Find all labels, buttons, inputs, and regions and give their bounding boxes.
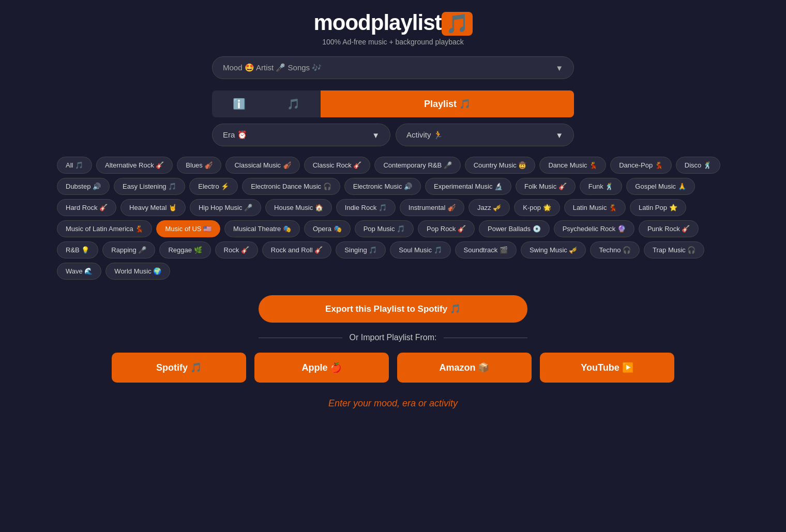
tag-electronic-dance-music---[interactable]: Electronic Dance Music 🎧 [242, 178, 340, 195]
search-placeholder: Mood 🤩 Artist 🎤 Songs 🎶 [223, 63, 322, 72]
logo-icon: 🎵 [442, 12, 473, 36]
tags-container: All 🎵Alternative Rock 🎸Blues 🎻Classical … [57, 157, 729, 280]
tag-electronic-music---[interactable]: Electronic Music 🔊 [344, 178, 421, 195]
import-spotify-button[interactable]: Spotify 🎵 [112, 353, 246, 383]
logo-playlist: playlist [371, 10, 442, 35]
tag-classic-rock---[interactable]: Classic Rock 🎸 [304, 157, 371, 174]
activity-filter[interactable]: Activity 🏃 ▼ [396, 124, 574, 146]
tag-trap-music---[interactable]: Trap Music 🎧 [644, 241, 704, 259]
spotify-icon-button[interactable]: 🎵 [266, 90, 321, 117]
tag-dance-pop---[interactable]: Dance-Pop 💃 [610, 157, 672, 174]
tag-country-music---[interactable]: Country Music 🤠 [465, 157, 536, 174]
import-amazon-button[interactable]: Amazon 📦 [397, 353, 532, 383]
tag-experimental-music---[interactable]: Experimental Music 🔬 [425, 178, 511, 195]
tag-electro--[interactable]: Electro ⚡ [189, 178, 238, 195]
divider-row: Or Import Playlist From: [259, 333, 527, 342]
tag-dance-music---[interactable]: Dance Music 💃 [539, 157, 606, 174]
tag-funk---[interactable]: Funk 🕺 [580, 178, 623, 195]
tag-contemporary-r-b---[interactable]: Contemporary R&B 🎤 [374, 157, 460, 174]
tag-classical-music---[interactable]: Classical Music 🎻 [225, 157, 299, 174]
tag-soul-music---[interactable]: Soul Music 🎵 [390, 241, 450, 259]
logo-mood: mood [313, 10, 370, 35]
header: moodplaylist🎵 100% Ad-free music + backg… [313, 10, 472, 46]
tag-music-of-latin-america---[interactable]: Music of Latin America 💃 [57, 220, 152, 237]
tag-easy-listening---[interactable]: Easy Listening 🎵 [114, 178, 185, 195]
tag-soundtrack---[interactable]: Soundtrack 🎬 [455, 241, 517, 259]
tag-rapping---[interactable]: Rapping 🎤 [102, 241, 155, 259]
tag-house-music---[interactable]: House Music 🏠 [265, 199, 332, 216]
activity-arrow: ▼ [555, 131, 563, 140]
tag-instrumental---[interactable]: Instrumental 🎻 [400, 199, 464, 216]
tag-r-b---[interactable]: R&B 💡 [57, 241, 98, 259]
tag-swing-music---[interactable]: Swing Music 🎺 [521, 241, 586, 259]
tag-jazz---[interactable]: Jazz 🎺 [468, 199, 510, 216]
tag-dubstep---[interactable]: Dubstep 🔊 [57, 178, 110, 195]
tag-disco---[interactable]: Disco 🕺 [676, 157, 720, 174]
tag-rock-and-roll---[interactable]: Rock and Roll 🎸 [262, 241, 332, 259]
tag-punk-rock---[interactable]: Punk Rock 🎸 [639, 220, 699, 237]
info-button[interactable]: ℹ️ [212, 90, 266, 117]
tag-pop-music---[interactable]: Pop Music 🎵 [355, 220, 414, 237]
enter-mood-text: Enter your mood, era or activity [328, 398, 458, 409]
tag-latin-pop--[interactable]: Latin Pop ⭐ [630, 199, 686, 216]
activity-label: Activity 🏃 [406, 130, 443, 140]
tag-opera---[interactable]: Opera 🎭 [304, 220, 351, 237]
playlist-button[interactable]: Playlist 🎵 [321, 90, 574, 117]
tag-blues---[interactable]: Blues 🎻 [177, 157, 221, 174]
tag-pop-rock---[interactable]: Pop Rock 🎸 [418, 220, 475, 237]
divider-right [444, 338, 527, 338]
tag-indie-rock---[interactable]: Indie Rock 🎵 [336, 199, 396, 216]
tag-psychedelic-rock---[interactable]: Psychedelic Rock 🔮 [554, 220, 634, 237]
tagline: 100% Ad-free music + background playback [313, 38, 472, 46]
import-divider-text: Or Import Playlist From: [350, 333, 437, 342]
tag-reggae---[interactable]: Reggae 🌿 [159, 241, 210, 259]
import-buttons: Spotify 🎵Apple 🍎Amazon 📦YouTube ▶️ [57, 353, 729, 383]
import-youtube-button[interactable]: YouTube ▶️ [540, 353, 674, 383]
divider-left [259, 338, 342, 338]
tag-rock---[interactable]: Rock 🎸 [215, 241, 258, 259]
tag-alternative-rock---[interactable]: Alternative Rock 🎸 [96, 157, 173, 174]
search-container: Mood 🤩 Artist 🎤 Songs 🎶 ▼ [212, 56, 574, 84]
tag-heavy-metal---[interactable]: Heavy Metal 🤘 [120, 199, 186, 216]
search-bar[interactable]: Mood 🤩 Artist 🎤 Songs 🎶 ▼ [212, 56, 574, 79]
tag-wave---[interactable]: Wave 🌊 [57, 263, 101, 280]
action-buttons: ℹ️ 🎵 Playlist 🎵 [212, 90, 574, 117]
tag-folk-music---[interactable]: Folk Music 🎸 [516, 178, 576, 195]
filter-row: Era ⏰ ▼ Activity 🏃 ▼ [212, 124, 574, 146]
logo: moodplaylist🎵 [313, 10, 472, 36]
tag-music-of-us-----[interactable]: Music of US 🇺🇸 [156, 220, 220, 237]
tag-all---[interactable]: All 🎵 [57, 157, 92, 174]
era-filter[interactable]: Era ⏰ ▼ [212, 124, 390, 146]
era-label: Era ⏰ [223, 130, 247, 140]
tag-gospel-music---[interactable]: Gospel Music 🙏 [626, 178, 694, 195]
tag-world-music---[interactable]: World Music 🌍 [105, 263, 170, 280]
search-dropdown-arrow[interactable]: ▼ [555, 64, 563, 72]
tag-musical-theatre---[interactable]: Musical Theatre 🎭 [224, 220, 300, 237]
tag-singing---[interactable]: Singing 🎵 [336, 241, 386, 259]
tag-k-pop---[interactable]: K-pop 🌟 [514, 199, 560, 216]
export-spotify-button[interactable]: Export this Playlist to Spotify 🎵 [259, 295, 527, 323]
import-apple-button[interactable]: Apple 🍎 [254, 353, 389, 383]
era-arrow: ▼ [372, 131, 380, 140]
tag-latin-music---[interactable]: Latin Music 💃 [564, 199, 626, 216]
tag-techno---[interactable]: Techno 🎧 [590, 241, 640, 259]
tag-hard-rock---[interactable]: Hard Rock 🎸 [57, 199, 116, 216]
tag-power-ballads---[interactable]: Power Ballads 💿 [479, 220, 550, 237]
tag-hip-hop-music---[interactable]: Hip Hop Music 🎤 [190, 199, 261, 216]
